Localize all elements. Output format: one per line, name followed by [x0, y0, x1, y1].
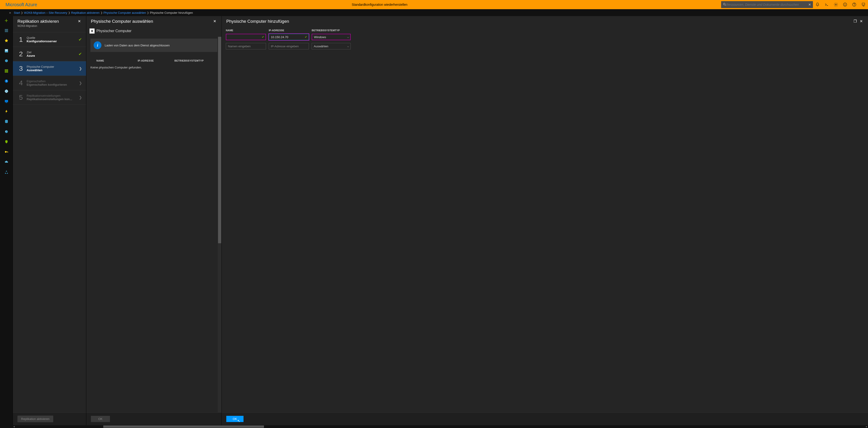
- col-name: NAME: [96, 59, 138, 62]
- help-icon[interactable]: [850, 0, 859, 9]
- add-physical-computer-button[interactable]: + Physischer Computer: [86, 26, 135, 37]
- main-area: + Replikation aktivieren W2K8-Migration …: [0, 16, 868, 425]
- search-input[interactable]: [726, 3, 808, 6]
- create-resource-icon[interactable]: +: [4, 18, 9, 23]
- enable-replication-button[interactable]: Replikation aktivieren: [18, 416, 53, 422]
- key-vault-icon[interactable]: [4, 149, 9, 154]
- svg-rect-29: [6, 103, 7, 103]
- svg-point-25: [5, 90, 8, 93]
- form-header: NAME IP-ADRESSE BETRIEBSSYSTEMTYP: [222, 26, 868, 33]
- function-apps-icon[interactable]: [4, 109, 9, 114]
- svg-rect-22: [6, 72, 7, 73]
- col-ip: IP-ADRESSE: [138, 59, 175, 62]
- col-os: BETRIEBSSYSTEMTYP: [175, 59, 217, 62]
- settings-gear-icon[interactable]: [831, 0, 840, 9]
- os-select[interactable]: Windows: [312, 34, 351, 40]
- blade3-restore-icon[interactable]: ❐: [853, 19, 858, 23]
- search-icon: [723, 3, 726, 7]
- os-select-blank[interactable]: Auswählen: [312, 43, 351, 49]
- add-button-label: Physischer Computer: [96, 29, 131, 33]
- wizard-step-replication-settings[interactable]: 5 ReplikationseinstellungenReplikationse…: [13, 90, 86, 105]
- svg-rect-21: [5, 72, 6, 73]
- resource-groups-icon[interactable]: [4, 58, 9, 63]
- all-services-icon[interactable]: [4, 28, 9, 33]
- crumb-start[interactable]: Start: [14, 11, 20, 15]
- feedback-smile-icon[interactable]: [840, 0, 850, 9]
- form-row-empty: Auswählen ⌵: [222, 42, 868, 50]
- blade3-ok-button[interactable]: OK ↖: [226, 416, 244, 422]
- scrollbar-thumb[interactable]: [218, 37, 221, 243]
- chevron-right-icon: ❯: [79, 95, 82, 100]
- virtual-machines-icon[interactable]: [4, 99, 9, 104]
- app-services-globe-icon[interactable]: [4, 89, 9, 94]
- scroll-right-icon[interactable]: ►: [865, 425, 868, 428]
- expand-rail-icon[interactable]: »: [9, 11, 11, 15]
- notifications-icon[interactable]: [813, 0, 822, 9]
- svg-point-6: [845, 4, 846, 5]
- wizard-step-properties[interactable]: 4 EigenschaftenEigenschaften konfigurier…: [13, 76, 86, 90]
- hscroll-thumb[interactable]: [103, 426, 264, 428]
- empty-state-text: Keine physischen Computer gefunden.: [86, 64, 221, 70]
- svg-rect-18: [5, 70, 6, 72]
- more-services-icon[interactable]: [4, 170, 9, 175]
- svg-point-32: [5, 131, 6, 132]
- recent-clock-icon[interactable]: [4, 79, 9, 84]
- blade3-close-icon[interactable]: ✕: [859, 19, 863, 23]
- svg-point-5: [844, 4, 845, 5]
- favorites-star-icon[interactable]: [4, 38, 9, 43]
- cloud-services-icon[interactable]: [4, 160, 9, 165]
- crumb-current: Physische Computer hinzufügen: [150, 11, 193, 15]
- checkmark-icon: ✔: [79, 37, 82, 42]
- wizard-step-target[interactable]: 2 ZielAzure ✔: [13, 47, 86, 61]
- crumb-enable-replication[interactable]: Replikation aktivieren: [71, 11, 100, 15]
- all-resources-icon[interactable]: [4, 68, 9, 74]
- dashboard-icon[interactable]: [4, 48, 9, 53]
- azure-brand[interactable]: Microsoft Azure: [0, 2, 43, 7]
- cursor-pointer-icon: ↖: [237, 419, 240, 423]
- horizontal-scrollbar[interactable]: ◄ ►: [0, 425, 868, 428]
- svg-point-8: [854, 5, 855, 6]
- wizard-step-source[interactable]: 1 QuelleKonfigurationsserver ✔: [13, 32, 86, 47]
- svg-rect-14: [5, 50, 7, 51]
- cosmos-db-icon[interactable]: [4, 129, 9, 134]
- directory-filter-icon[interactable]: [859, 0, 868, 9]
- wizard-step-physical-computers[interactable]: 3 Physische ComputerAuswählen ❯: [13, 61, 86, 76]
- ip-input[interactable]: [269, 34, 309, 40]
- blade-add-physical: Physische Computer hinzufügen ❐ ✕ NAME I…: [221, 16, 868, 425]
- svg-rect-16: [6, 69, 7, 70]
- sql-databases-icon[interactable]: [4, 119, 9, 124]
- name-input-blank[interactable]: [226, 43, 266, 49]
- blade1-title: Replikation aktivieren: [18, 19, 75, 24]
- security-shield-icon[interactable]: [4, 139, 9, 144]
- blade1-close-icon[interactable]: ✕: [77, 19, 82, 23]
- svg-point-3: [835, 4, 837, 5]
- clear-search-icon[interactable]: ✕: [808, 3, 811, 6]
- svg-rect-28: [5, 100, 8, 102]
- chevron-right-icon: ❯: [79, 66, 82, 71]
- info-icon: i: [94, 41, 101, 49]
- blade2-close-icon[interactable]: ✕: [212, 19, 217, 23]
- scroll-left-icon[interactable]: ◄: [12, 425, 16, 428]
- ip-input-blank[interactable]: [269, 43, 309, 49]
- global-search[interactable]: ✕: [721, 1, 813, 8]
- svg-point-4: [843, 3, 847, 6]
- svg-rect-23: [7, 72, 8, 73]
- scrollbar-track[interactable]: [218, 37, 221, 412]
- svg-point-33: [5, 151, 6, 153]
- form-row-editing: ✔ ✔ Windows ⌵: [223, 33, 868, 41]
- blade3-title: Physische Computer hinzufügen: [226, 19, 851, 24]
- blade2-ok-button[interactable]: OK: [91, 416, 110, 422]
- table-header: NAME IP-ADRESSE BETRIEBSSYSTEMTYP: [86, 54, 221, 64]
- info-banner: i Laden von Daten aus dem Dienst abgesch…: [90, 38, 217, 52]
- cloud-shell-icon[interactable]: [822, 0, 831, 9]
- restore-config-link[interactable]: Standardkonfiguration wiederherstellen: [352, 3, 408, 6]
- name-input[interactable]: [226, 34, 266, 40]
- svg-point-31: [5, 130, 8, 133]
- crumb-site-recovery[interactable]: W2K8-Migration – Site Recovery: [24, 11, 67, 15]
- chevron-right-icon: ❯: [79, 81, 82, 85]
- crumb-select-computers[interactable]: Physische Computer auswählen: [103, 11, 146, 15]
- breadcrumb-bar: » Start ❯ W2K8-Migration – Site Recovery…: [0, 9, 868, 16]
- svg-point-0: [723, 3, 725, 5]
- info-message: Laden von Daten aus dem Dienst abgeschlo…: [105, 44, 169, 47]
- top-right-icons: [813, 0, 868, 9]
